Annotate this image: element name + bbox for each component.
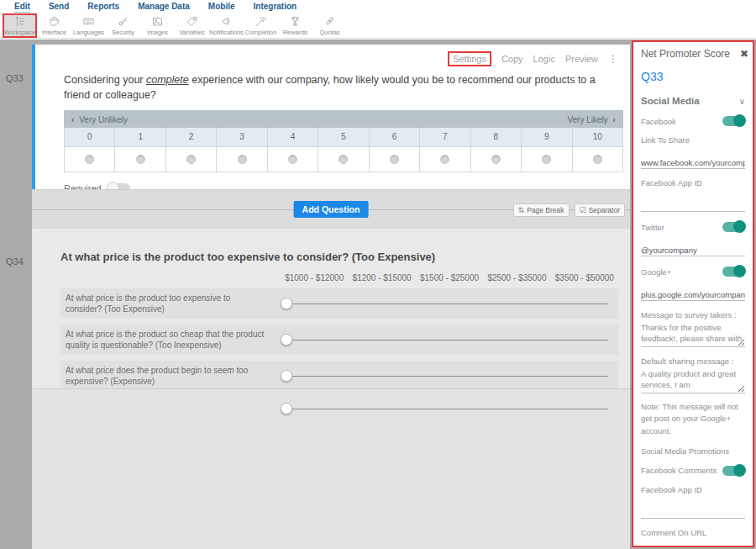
- toolbar-variables[interactable]: Variables: [175, 13, 209, 38]
- toolbar-workspace[interactable]: Workspace: [3, 13, 37, 38]
- slider-handle[interactable]: [281, 334, 292, 346]
- facebook-app-id2-input[interactable]: [641, 506, 745, 519]
- insert-tools: ⇅Page Break ☑Separator: [513, 203, 625, 217]
- facebook-link-input[interactable]: [641, 156, 745, 169]
- menu-integration[interactable]: Integration: [244, 2, 307, 11]
- menu-manage-data[interactable]: Manage Data: [129, 2, 199, 11]
- megaphone-icon: [220, 15, 233, 28]
- nps-radio[interactable]: [85, 155, 94, 164]
- toolbar-interface[interactable]: Interface: [37, 13, 71, 38]
- question-text-before: Considering your: [64, 74, 146, 86]
- scale-left-label: Very Unlikely: [79, 115, 128, 124]
- nps-radio[interactable]: [542, 155, 551, 164]
- nps-radio-cell: [268, 147, 318, 172]
- twitter-handle-input[interactable]: [641, 244, 745, 256]
- more-options-icon[interactable]: ⋮: [608, 53, 618, 65]
- google-toggle[interactable]: [722, 267, 745, 277]
- menu-reports[interactable]: Reports: [78, 2, 129, 11]
- chevron-right-icon[interactable]: ›: [612, 114, 616, 124]
- default-sharing-message-textarea[interactable]: A quality product and great services, I …: [641, 369, 745, 393]
- toolbar-security[interactable]: Security: [106, 13, 140, 38]
- nps-number: 7: [420, 128, 470, 146]
- toolbar-languages[interactable]: Languages: [71, 13, 106, 38]
- nps-radio-cell: [573, 147, 622, 172]
- toolbar-notifications-label: Notifications: [209, 29, 244, 36]
- menu-edit[interactable]: Edit: [5, 2, 39, 11]
- facebook-app-id2-label: Facebook App ID: [641, 485, 745, 494]
- close-icon[interactable]: ✖: [740, 48, 748, 60]
- q34-title[interactable]: At what price is the product too expensi…: [60, 251, 618, 263]
- twitter-label: Twitter: [641, 223, 664, 232]
- question-gutter: Q33 Q34: [0, 40, 32, 549]
- copy-button[interactable]: Copy: [501, 54, 523, 64]
- nps-radio[interactable]: [186, 155, 196, 164]
- panel-question-id[interactable]: Q33: [641, 70, 745, 83]
- nps-radio[interactable]: [288, 155, 297, 164]
- slider-row-label: At what price is the product so cheap th…: [66, 329, 281, 351]
- nps-number-row: 0 1 2 3 4 5 6 7 8 9 10: [64, 128, 623, 147]
- slider-track[interactable]: [291, 304, 608, 304]
- google-row: Google+: [641, 267, 745, 277]
- toolbar-quotas[interactable]: Quotas: [312, 13, 347, 38]
- slider-handle[interactable]: [281, 403, 292, 414]
- column-spacer: [60, 273, 281, 282]
- link-to-share-label: Link To Share: [641, 135, 745, 145]
- social-media-section[interactable]: Social Media ∨: [641, 96, 745, 106]
- logic-button[interactable]: Logic: [533, 54, 555, 64]
- question-card-q33: Settings Copy Logic Preview ⋮ Considerin…: [32, 45, 630, 189]
- nps-radio-cell: [420, 147, 470, 172]
- page-break-icon: ⇅: [518, 206, 525, 214]
- price-column: $3500 - $50000: [551, 273, 618, 282]
- preview-button[interactable]: Preview: [565, 54, 598, 64]
- slider-handle[interactable]: [281, 370, 292, 382]
- toolbar-images[interactable]: Images: [140, 13, 175, 38]
- keyboard-icon: [82, 15, 95, 28]
- slider-track[interactable]: [291, 409, 608, 409]
- facebook-toggle[interactable]: [722, 116, 745, 126]
- nps-radio[interactable]: [136, 155, 145, 164]
- price-slider: [281, 369, 610, 383]
- toolbar-completion[interactable]: Completion: [244, 13, 278, 38]
- nps-radio[interactable]: [390, 155, 399, 164]
- facebook-app-id-label: Facebook App ID: [641, 178, 745, 187]
- scale-left-anchor: ‹ Very Unlikely: [71, 114, 128, 124]
- message-to-survey-takers-textarea[interactable]: Thanks for the positive feedback!, pleas…: [641, 323, 745, 347]
- twitter-toggle[interactable]: [722, 222, 745, 232]
- facebook-app-id-input[interactable]: [641, 199, 745, 212]
- separator-button[interactable]: ☑Separator: [575, 203, 625, 217]
- nps-number: 0: [65, 128, 115, 146]
- question-text-emphasis: complete: [146, 74, 189, 86]
- question-text[interactable]: Considering your complete experience wit…: [64, 72, 601, 103]
- slider-handle[interactable]: [281, 298, 292, 309]
- nps-radio-cell: [65, 147, 115, 172]
- page-break-button[interactable]: ⇅Page Break: [513, 203, 570, 217]
- toolbar-security-label: Security: [112, 29, 134, 36]
- toolbar-interface-label: Interface: [42, 29, 66, 36]
- nps-radio[interactable]: [440, 155, 449, 164]
- nps-radio[interactable]: [491, 155, 501, 164]
- nps-scale: ‹ Very Unlikely Very Likely › 0 1 2 3 4 …: [64, 110, 623, 172]
- nps-radio[interactable]: [238, 155, 247, 164]
- nps-number: 6: [370, 128, 420, 146]
- settings-panel: Net Promoter Score ✖ Q33 Social Media ∨ …: [632, 40, 754, 547]
- settings-button[interactable]: Settings: [448, 51, 491, 66]
- menu-mobile[interactable]: Mobile: [199, 2, 244, 11]
- nps-radio-cell: [217, 147, 267, 172]
- chevron-down-icon[interactable]: ∨: [739, 97, 745, 106]
- toolbar-rewards[interactable]: Rewards: [278, 13, 312, 38]
- facebook-comments-label: Facebook Comments: [641, 466, 717, 475]
- google-url-input[interactable]: [641, 288, 745, 301]
- toolbar-notifications[interactable]: Notifications: [209, 13, 244, 38]
- menu-send[interactable]: Send: [39, 2, 78, 11]
- slider-track[interactable]: [291, 340, 608, 340]
- chevron-left-icon[interactable]: ‹: [71, 114, 75, 124]
- price-slider: [281, 402, 610, 415]
- add-question-button[interactable]: Add Question: [294, 201, 369, 218]
- toolbar-variables-label: Variables: [179, 29, 205, 36]
- toolbar-rewards-label: Rewards: [283, 29, 308, 36]
- nps-radio-cell: [471, 147, 522, 172]
- slider-track[interactable]: [291, 376, 608, 377]
- nps-radio[interactable]: [593, 155, 602, 164]
- facebook-comments-toggle[interactable]: [722, 466, 745, 476]
- nps-radio[interactable]: [339, 155, 348, 164]
